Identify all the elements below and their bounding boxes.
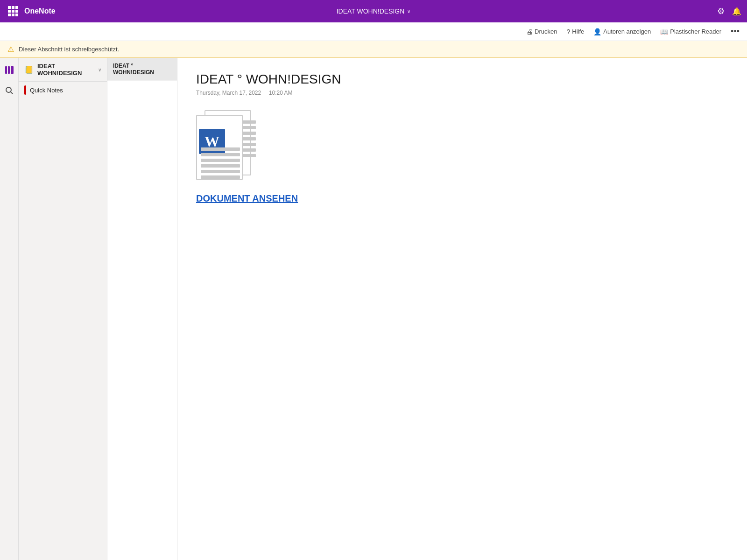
section-name: Quick Notes (30, 87, 63, 94)
print-icon: 🖨 (526, 28, 533, 35)
notebook-title-chevron[interactable]: ∨ (407, 9, 410, 14)
settings-icon[interactable]: ⚙ (717, 6, 725, 16)
notebook-title-top: IDEAT WOHN!DESIGN (337, 7, 405, 15)
page-item[interactable]: IDEAT ° WOHN!DESIGN (107, 58, 177, 81)
help-icon: ? (567, 28, 571, 35)
print-button[interactable]: 🖨 Drucken (526, 28, 557, 35)
main-layout: 📒 IDEAT WOHN!DESIGN ∨ Quick Notes IDEAT … (0, 58, 747, 560)
top-bar: OneNote IDEAT WOHN!DESIGN ∨ ⚙ 🔔 (0, 0, 747, 22)
notebook-section[interactable]: Quick Notes (19, 82, 107, 98)
help-button[interactable]: ? Hilfe (567, 28, 585, 35)
toolbar-row: 🖨 Drucken ? Hilfe 👤 Autoren anzeigen 📖 P… (0, 22, 747, 41)
waffle-grid-icon (8, 6, 18, 16)
svg-rect-2 (11, 66, 14, 74)
more-button[interactable]: ••• (731, 27, 740, 36)
top-bar-right: ⚙ 🔔 (717, 6, 741, 16)
page-title: IDEAT ° WOHN!DESIGN (196, 72, 728, 87)
warning-bar: ⚠ Dieser Abschnitt ist schreibgeschützt. (0, 41, 747, 58)
notebook-book-icon: 📒 (24, 65, 34, 74)
svg-rect-0 (5, 66, 7, 74)
page-item-label: IDEAT ° WOHN!DESIGN (113, 63, 154, 76)
waffle-menu[interactable] (6, 4, 21, 19)
pages-panel: IDEAT ° WOHN!DESIGN (107, 58, 177, 560)
page-date: Thursday, March 17, 2022 10:20 AM (196, 90, 728, 96)
notebook-name: IDEAT WOHN!DESIGN (37, 63, 94, 77)
authors-label: Autoren anzeigen (603, 28, 651, 35)
app-name: OneNote (24, 7, 56, 15)
doc-link[interactable]: DOKUMENT ANSEHEN (196, 193, 728, 204)
warning-icon: ⚠ (7, 45, 14, 54)
top-bar-center: IDEAT WOHN!DESIGN ∨ (337, 7, 411, 15)
authors-button[interactable]: 👤 Autoren anzeigen (593, 28, 651, 35)
sidebar-narrow (0, 58, 19, 560)
library-icon[interactable] (3, 63, 16, 77)
doc-front-lines (201, 147, 240, 181)
doc-front-page: W (196, 115, 243, 180)
svg-rect-1 (8, 66, 10, 74)
section-color-bar (24, 85, 26, 95)
reader-button[interactable]: 📖 Plastischer Reader (660, 28, 721, 35)
help-label: Hilfe (572, 28, 584, 35)
notebook-chevron-icon: ∨ (98, 67, 101, 72)
authors-icon: 👤 (593, 28, 601, 35)
bell-icon[interactable]: 🔔 (732, 7, 741, 16)
page-time-value: 10:20 AM (269, 90, 293, 96)
reader-label: Plastischer Reader (670, 28, 721, 35)
word-doc-container[interactable]: W (196, 110, 252, 180)
notebook-panel: 📒 IDEAT WOHN!DESIGN ∨ Quick Notes (19, 58, 107, 560)
search-icon[interactable] (3, 84, 16, 97)
word-doc-icon: W (196, 110, 252, 180)
notebook-header[interactable]: 📒 IDEAT WOHN!DESIGN ∨ (19, 58, 107, 82)
svg-line-4 (10, 92, 13, 94)
reader-icon: 📖 (660, 28, 668, 35)
page-date-value: Thursday, March 17, 2022 (196, 90, 261, 96)
print-label: Drucken (535, 28, 557, 35)
warning-text: Dieser Abschnitt ist schreibgeschützt. (19, 46, 119, 53)
content-area: IDEAT ° WOHN!DESIGN Thursday, March 17, … (177, 58, 747, 560)
